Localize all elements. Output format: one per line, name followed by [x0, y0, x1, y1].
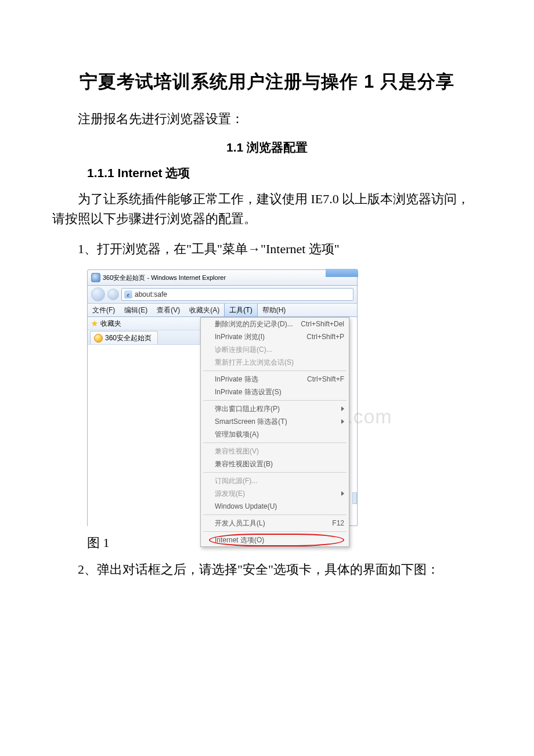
- back-button[interactable]: [91, 287, 105, 301]
- menu-item-internet-options[interactable]: Internet 选项(O): [201, 534, 349, 546]
- menu-item-reopen-last[interactable]: 重新打开上次浏览会话(S): [201, 356, 349, 369]
- menu-tools[interactable]: 工具(T): [224, 304, 257, 316]
- favorites-label: 收藏夹: [100, 319, 121, 329]
- globe-icon: [94, 334, 103, 343]
- menu-separator: [203, 370, 347, 371]
- chevron-right-icon: [341, 419, 344, 424]
- menu-item-delete-history[interactable]: 删除浏览的历史记录(D)... Ctrl+Shift+Del: [201, 318, 349, 330]
- browser-client: 收藏夹 360安全起始页 www.bdocx.com 删除浏览的历史记录(D).…: [87, 317, 358, 526]
- menu-item-windows-update[interactable]: Windows Update(U): [201, 500, 349, 513]
- star-icon: [91, 320, 98, 327]
- window-titlebar: 360安全起始页 - Windows Internet Explorer: [87, 269, 358, 285]
- ie-icon: [91, 273, 100, 282]
- menu-bar: 文件(F) 编辑(E) 查看(V) 收藏夹(A) 工具(T) 帮助(H): [87, 304, 358, 317]
- forward-button[interactable]: [107, 289, 119, 300]
- browser-main: www.bdocx.com 删除浏览的历史记录(D)... Ctrl+Shift…: [200, 317, 358, 526]
- ie-screenshot: 360安全起始页 - Windows Internet Explorer e a…: [87, 269, 358, 526]
- nav-row: e about:safe: [87, 285, 358, 304]
- section-heading-1-1-1: 1.1.1 Internet 选项: [87, 165, 482, 181]
- window-corner-decoration: [326, 269, 358, 277]
- menu-item-subscribe-feed[interactable]: 订阅此源(F)...: [201, 474, 349, 487]
- menu-favorites[interactable]: 收藏夹(A): [185, 304, 224, 316]
- menu-help[interactable]: 帮助(H): [258, 304, 291, 316]
- menu-item-compat-view[interactable]: 兼容性视图(V): [201, 445, 349, 458]
- paragraph-1: 为了让系统插件能够正常工作，建议使用 IE7.0 以上版本浏览器访问，请按照以下…: [52, 189, 482, 229]
- menu-item-diagnose[interactable]: 诊断连接问题(C)...: [201, 343, 349, 356]
- menu-file[interactable]: 文件(F): [88, 304, 120, 316]
- tools-dropdown: 删除浏览的历史记录(D)... Ctrl+Shift+Del InPrivate…: [200, 317, 349, 547]
- menu-item-compat-view-settings[interactable]: 兼容性视图设置(B): [201, 458, 349, 470]
- menu-edit[interactable]: 编辑(E): [120, 304, 152, 316]
- menu-item-smartscreen[interactable]: SmartScreen 筛选器(T): [201, 415, 349, 428]
- page-title: 宁夏考试培训系统用户注册与操作 1 只是分享: [52, 70, 482, 94]
- menu-separator: [203, 442, 347, 443]
- menu-item-inprivate-filter[interactable]: InPrivate 筛选 Ctrl+Shift+F: [201, 373, 349, 386]
- chevron-right-icon: [341, 406, 344, 411]
- menu-separator: [203, 531, 347, 532]
- menu-separator: [203, 472, 347, 473]
- e-icon: e: [124, 290, 132, 298]
- address-text: about:safe: [135, 290, 167, 298]
- step-2: 2、弹出对话框之后，请选择"安全"选项卡，具体的界面如下图：: [52, 560, 482, 579]
- intro-paragraph: 注册报名先进行浏览器设置：: [52, 109, 482, 129]
- right-edge-decoration: [352, 492, 357, 504]
- menu-item-manage-addons[interactable]: 管理加载项(A): [201, 428, 349, 441]
- step-1: 1、打开浏览器，在"工具"菜单→"Internet 选项": [52, 239, 482, 259]
- browser-sidebar: 收藏夹 360安全起始页: [87, 317, 200, 526]
- menu-separator: [203, 514, 347, 515]
- tab-label: 360安全起始页: [105, 333, 151, 343]
- address-bar[interactable]: e about:safe: [121, 288, 353, 301]
- section-heading-1-1: 1.1 浏览器配置: [52, 139, 482, 156]
- document-page: 宁夏考试培训系统用户注册与操作 1 只是分享 注册报名先进行浏览器设置： 1.1…: [0, 0, 534, 625]
- menu-item-dev-tools[interactable]: 开发人员工具(L) F12: [201, 517, 349, 530]
- menu-separator: [203, 400, 347, 401]
- window-title: 360安全起始页 - Windows Internet Explorer: [103, 273, 226, 282]
- tab-360-home[interactable]: 360安全起始页: [90, 331, 158, 344]
- menu-view[interactable]: 查看(V): [152, 304, 185, 316]
- menu-item-popup-blocker[interactable]: 弹出窗口阻止程序(P): [201, 402, 349, 415]
- favorites-bar[interactable]: 收藏夹: [88, 317, 200, 330]
- tab-row: 360安全起始页: [88, 330, 200, 345]
- chevron-right-icon: [341, 491, 344, 496]
- menu-item-inprivate-browse[interactable]: InPrivate 浏览(I) Ctrl+Shift+P: [201, 330, 349, 343]
- menu-item-inprivate-filter-settings[interactable]: InPrivate 筛选设置(S): [201, 386, 349, 398]
- menu-item-feed-discovery[interactable]: 源发现(E): [201, 487, 349, 500]
